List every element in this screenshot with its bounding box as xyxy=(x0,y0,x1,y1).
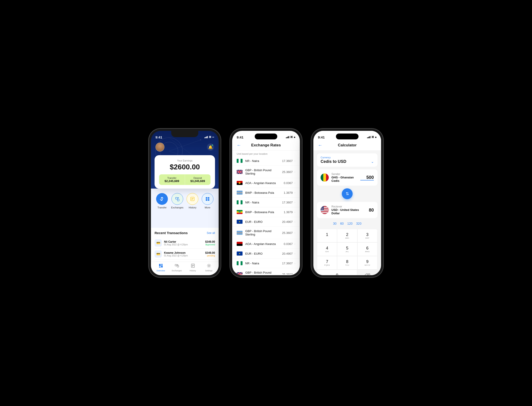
currency-name: NR - Naira xyxy=(245,262,282,265)
sender-amount[interactable]: 500 xyxy=(360,175,374,181)
back-button-2[interactable]: ← xyxy=(237,143,242,148)
deposit-action[interactable]: Deposit $3,245,689 xyxy=(185,174,211,185)
currency-item-ao2[interactable]: AOA - Angolan Kwanza 0.0367 › xyxy=(232,239,300,249)
svg-rect-67 xyxy=(321,210,329,211)
phone-2-screen: 9:41 ⌘ ■ ← Exchange xyxy=(232,131,300,275)
currency-item-bw1[interactable]: BWP - Botswana Pula 1.3879 › xyxy=(232,188,300,198)
svg-rect-47 xyxy=(237,242,242,244)
key-8[interactable]: 8 TUV xyxy=(337,256,357,269)
currency-name: BWP - Botswana Pula xyxy=(245,191,284,195)
sender-label: Sender xyxy=(331,173,360,176)
currency-rate: 20.4907 xyxy=(282,220,293,224)
nav-settings[interactable]: Settings xyxy=(201,263,217,272)
see-all-button[interactable]: See all xyxy=(207,232,215,235)
currency-selector[interactable]: Currency Cedis to USD ⌄ xyxy=(317,153,378,167)
quick-320[interactable]: 320 xyxy=(356,222,361,225)
currency-text: Cedis to USD xyxy=(321,159,346,164)
svg-rect-35 xyxy=(240,200,242,204)
key-4[interactable]: 4 GHI xyxy=(317,242,337,256)
sb3 xyxy=(288,137,288,138)
currency-item-et1[interactable]: BWP - Botswana Pula 1.3879 › xyxy=(232,207,300,217)
key-6[interactable]: 6 MNO xyxy=(357,242,378,256)
avatar[interactable] xyxy=(155,143,164,152)
wifi-icon-3: ⌘ xyxy=(371,136,374,139)
tx-icon: 💳 xyxy=(154,239,162,246)
currency-name: GBP - British Pound Sterling xyxy=(245,168,282,175)
more-button[interactable]: More xyxy=(202,193,213,209)
key-9[interactable]: 9 WXYZ xyxy=(357,256,378,269)
svg-rect-22 xyxy=(237,159,239,163)
phone-3-screen: 9:41 ⌘ ■ ← Calculato xyxy=(313,131,381,275)
svg-rect-24 xyxy=(240,159,242,163)
quick-60[interactable]: 60 xyxy=(340,222,344,225)
svg-rect-51 xyxy=(237,261,239,265)
status-icons-1: ⌘ xyxy=(204,136,214,139)
deposit-label: Deposit xyxy=(188,177,208,179)
card-actions: Transfer $2,245,689 Deposit $3,245,689 xyxy=(159,174,211,185)
quick-30[interactable]: 30 xyxy=(333,222,337,225)
back-button-3[interactable]: ← xyxy=(318,143,323,148)
currency-item-gb3[interactable]: GBP - British Pound Sterling 25.3607 › xyxy=(232,268,300,275)
transfer-button[interactable]: Transfer xyxy=(156,193,168,209)
status-time-2: 9:41 xyxy=(237,135,243,139)
sb1 xyxy=(286,137,286,138)
svg-rect-12 xyxy=(206,199,207,201)
currency-item-ng2[interactable]: NR - Naira 17.3607 › xyxy=(232,198,300,207)
transfer-action[interactable]: Transfer $2,245,689 xyxy=(159,174,185,185)
nav-exchanges[interactable]: Exchanges xyxy=(169,263,185,272)
key-0[interactable]: 0 xyxy=(317,269,357,275)
nav-history[interactable]: History xyxy=(185,263,201,272)
nav-overview[interactable]: Overview xyxy=(153,263,169,272)
key-5-sub: JKL xyxy=(337,251,357,253)
currency-item-ng1[interactable]: NR - Naira 17.3607 › xyxy=(232,156,300,166)
currency-rate: 20.4907 xyxy=(282,252,293,255)
currency-item-eu1[interactable]: ★ EUR - EURO 20.4907 › xyxy=(232,217,300,227)
currency-item-eu2[interactable]: ★ EUR - EURO 20.4907 › xyxy=(232,249,300,259)
key-4-num: 4 xyxy=(317,246,337,251)
status-icons-3: ⌘ ■ xyxy=(367,136,377,139)
exchanges-button[interactable]: Exchanges xyxy=(171,193,183,209)
transaction-row[interactable]: 💳 Nii Carter 01 Aug 2022 @ 4:20pm $349.0… xyxy=(154,238,215,249)
wifi-icon-1: ⌘ xyxy=(209,136,211,139)
currency-rate: 17.3607 xyxy=(282,159,293,163)
key-1-num: 1 xyxy=(317,232,337,237)
flag-botswana xyxy=(237,191,242,195)
wifi-icon-2: ⌘ xyxy=(290,136,293,139)
signal-bar-1 xyxy=(204,137,205,138)
currency-name: BWP - Botswana Pula xyxy=(245,210,284,214)
transaction-row[interactable]: 💳 Joseph Klark 01 Aug 2022 @ 4:20pm $349… xyxy=(154,260,215,262)
bell-button[interactable]: 🔔 xyxy=(207,144,214,151)
history-button[interactable]: History xyxy=(187,193,198,209)
phone-3-island xyxy=(336,134,358,139)
currency-item-ao1[interactable]: ✦ AOA - Angolan Kwanza 0.0367 › xyxy=(232,178,300,188)
earnings-card: Your Earnings $2600.00 Transfer $2,245,6… xyxy=(154,155,215,188)
earnings-label: Your Earnings xyxy=(159,159,211,162)
key-2[interactable]: 2 ABC xyxy=(337,229,357,242)
currency-item-ng3[interactable]: NR - Naira 17.3607 › xyxy=(232,259,300,268)
currency-selector-label: Currency xyxy=(321,156,374,159)
key-3[interactable]: 3 DEF xyxy=(357,229,378,242)
transaction-row[interactable]: 💳 Kwame Johnson 01 Aug 2022 @ 4:20pm $34… xyxy=(154,249,215,260)
swap-button[interactable]: ⇅ xyxy=(342,188,353,199)
tx-amount: $349.00 xyxy=(205,240,215,243)
currency-rate: 25.3607 xyxy=(282,170,293,174)
nav-settings-label: Settings xyxy=(205,269,212,272)
transfer-label-text: Transfer xyxy=(158,206,167,209)
currency-item-gb1[interactable]: GBP - British Pound Sterling 25.3607 › xyxy=(232,166,300,178)
tx-amount: $349.00 xyxy=(205,251,215,254)
flag-uk-3 xyxy=(237,272,242,275)
currency-rate: 17.3607 xyxy=(282,201,293,204)
key-6-sub: MNO xyxy=(357,251,377,253)
key-5[interactable]: 5 JKL xyxy=(337,242,357,256)
keypad-row-2: 4 GHI 5 JKL 6 MNO xyxy=(317,242,378,256)
battery-icon-1 xyxy=(212,137,214,138)
currency-item-gb2[interactable]: GBP - British Pound Sterling 25.3607 › xyxy=(232,227,300,239)
quick-120[interactable]: 120 xyxy=(347,222,352,225)
key-7[interactable]: 7 PQRS xyxy=(317,256,337,269)
transactions-panel: Recent Transactions See all 💳 Nii Carter… xyxy=(151,228,219,262)
key-del[interactable]: ⌫ xyxy=(357,269,378,275)
currency-rate: 25.3607 xyxy=(282,231,293,235)
key-1[interactable]: 1 xyxy=(317,229,337,242)
receiver-info: Reciever USD - United States Dollar xyxy=(331,205,365,215)
signal-bar-3 xyxy=(206,137,207,138)
